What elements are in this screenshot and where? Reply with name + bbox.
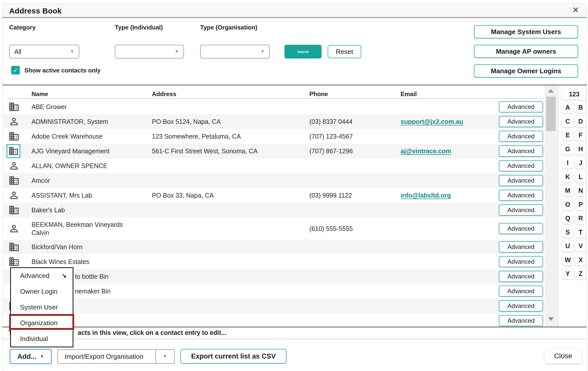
menu-item-system-user[interactable]: System User <box>11 300 73 315</box>
table-row[interactable]: ABE Grower Advanced <box>3 99 545 114</box>
table-row[interactable]: Adobe Creek Warehouse 123 Somewhere, Pet… <box>3 129 545 144</box>
alpha-nav-letter[interactable]: R <box>575 212 586 224</box>
import-export-organisation-button[interactable]: Import/Export Organisation ▼ <box>57 349 175 364</box>
alpha-nav-letter[interactable]: X <box>575 254 586 266</box>
alpha-nav-letter[interactable]: D <box>575 115 586 127</box>
advanced-button[interactable]: Advanced <box>499 315 543 326</box>
alpha-nav-letter[interactable]: A <box>562 101 574 113</box>
table-row[interactable]: Advanced <box>3 299 545 313</box>
contact-email-link[interactable]: support@jx2.com.au <box>401 117 495 126</box>
table-row[interactable]: nemaker Bin Advanced <box>3 284 545 299</box>
scrollbar-down-arrow[interactable] <box>548 317 554 321</box>
import-export-dropdown[interactable]: ▼ <box>155 350 174 363</box>
alpha-nav-letter[interactable]: H <box>575 143 586 155</box>
person-icon <box>8 160 20 171</box>
export-csv-button[interactable]: Export current list as CSV <box>180 349 287 364</box>
add-button-label: Add... <box>18 353 37 361</box>
show-active-label: Show active contacts only <box>24 67 101 74</box>
contact-address: 123 Somewhere, Petaluma, CA <box>152 132 294 140</box>
organisation-icon <box>8 101 20 112</box>
table-row[interactable]: ASSISTANT, Mrs Lab PO Box 33, Napa, CA (… <box>3 188 545 203</box>
contact-name: Amcor <box>31 176 133 185</box>
alpha-nav-letter[interactable]: E <box>562 129 574 141</box>
status-text: acts in this view, click on a contact en… <box>78 329 226 336</box>
type-individual-select[interactable]: ▼ <box>115 45 184 58</box>
alpha-nav-letter[interactable]: M <box>562 185 574 196</box>
alpha-nav-letter[interactable]: F <box>575 129 586 141</box>
person-icon <box>8 116 20 127</box>
advanced-button[interactable]: Advanced <box>499 204 543 216</box>
manage-system-users-button[interactable]: Manage System Users <box>474 25 578 38</box>
alpha-nav-letter[interactable]: U <box>562 240 574 252</box>
alpha-nav-letter[interactable]: W <box>562 254 574 266</box>
close-button[interactable]: Close <box>544 348 582 364</box>
close-icon[interactable]: × <box>573 5 579 15</box>
alpha-nav-letter[interactable]: J <box>575 157 586 169</box>
alpha-nav-letter[interactable]: G <box>562 143 574 155</box>
table-row[interactable]: Advanced <box>3 313 545 326</box>
alpha-nav-letter[interactable]: L <box>575 171 586 183</box>
show-active-checkbox[interactable]: ✓ <box>11 66 20 75</box>
alpha-nav-letter[interactable]: Z <box>575 268 586 279</box>
category-select[interactable]: All ▼ <box>9 45 79 58</box>
menu-item-individual[interactable]: Individual <box>11 331 73 347</box>
alpha-nav-letter[interactable]: B <box>575 101 586 113</box>
contact-email-link[interactable]: aj@vintrace.com <box>401 147 495 155</box>
reset-button[interactable]: Reset <box>328 45 361 58</box>
alpha-nav-letter[interactable]: V <box>575 240 586 252</box>
type-organisation-select[interactable]: ▼ <box>200 45 270 58</box>
chevron-down-icon: ▼ <box>40 354 44 359</box>
contact-name: ASSISTANT, Mrs Lab <box>31 191 133 199</box>
table-row[interactable]: BEEKMAN, Beekman Vineyards Calvin (610) … <box>3 217 545 240</box>
table-row[interactable]: ADMINISTRATOR, System PO Box 5124, Napa,… <box>3 114 545 129</box>
advanced-button[interactable]: Advanced <box>499 160 543 171</box>
advanced-button[interactable]: Advanced <box>499 271 543 282</box>
advanced-button[interactable]: Advanced <box>499 256 543 267</box>
contact-list: ABE Grower Advanced ADMINISTRATOR, Syste… <box>3 99 545 326</box>
advanced-button[interactable]: Advanced <box>499 116 543 127</box>
table-row[interactable]: Black Wines Estates Advanced <box>3 254 545 269</box>
advanced-button[interactable]: Advanced <box>499 300 543 311</box>
advanced-button[interactable]: Advanced <box>499 175 543 186</box>
contact-email-link[interactable]: info@labsltd.org <box>401 191 495 199</box>
advanced-button[interactable]: Advanced <box>499 101 543 112</box>
selected-organisation-icon[interactable] <box>7 144 20 158</box>
alpha-nav-letter[interactable]: N <box>575 185 586 196</box>
alpha-nav-letter[interactable]: Y <box>562 268 574 279</box>
table-row[interactable]: Amcor Advanced <box>3 173 545 188</box>
search-button[interactable]: Search <box>284 45 322 58</box>
table-row[interactable]: to bottle Bin Advanced <box>3 269 545 284</box>
alpha-nav-letter[interactable]: O <box>562 199 574 210</box>
menu-item-owner-login[interactable]: Owner Login <box>11 284 73 300</box>
scrollbar-up-arrow[interactable] <box>548 89 554 93</box>
scrollbar-thumb[interactable] <box>546 97 556 131</box>
manage-ap-owners-button[interactable]: Manage AP owners <box>474 45 578 58</box>
chevron-down-icon: ▼ <box>70 49 74 54</box>
manage-owner-logins-button[interactable]: Manage Owner Logins <box>474 64 578 78</box>
alpha-nav-letter[interactable]: P <box>575 199 586 210</box>
alpha-nav-letter[interactable]: Q <box>562 212 574 224</box>
advanced-button[interactable]: Advanced <box>499 131 543 142</box>
alpha-nav-letter[interactable]: T <box>575 226 586 238</box>
advanced-button[interactable]: Advanced <box>499 145 543 157</box>
category-select-value: All <box>14 48 21 55</box>
advanced-button[interactable]: Advanced <box>499 190 543 201</box>
table-row[interactable]: ALLAN, OWNER SPENCE Advanced <box>3 158 545 173</box>
alpha-nav-letter[interactable]: I <box>562 157 574 169</box>
table-row[interactable]: AJG Vineyard Management 561-C First Stre… <box>3 144 545 158</box>
menu-item-advanced[interactable]: Advanced ↘ <box>11 268 73 284</box>
alpha-nav-123[interactable]: 123 <box>562 88 586 100</box>
advanced-button[interactable]: Advanced <box>499 223 543 234</box>
contact-name: ABE Grower <box>31 103 133 111</box>
advanced-button[interactable]: Advanced <box>499 286 543 297</box>
alpha-nav-letter[interactable]: K <box>562 171 574 183</box>
alpha-nav-letter[interactable]: S <box>562 226 574 238</box>
advanced-button[interactable]: Advanced <box>499 241 543 253</box>
add-button[interactable]: Add... ▼ <box>10 349 52 364</box>
column-header-address: Address <box>152 91 176 98</box>
alpha-nav-letter[interactable]: C <box>562 115 574 127</box>
table-row[interactable]: Baker's Lab Advanced <box>3 203 545 217</box>
contact-name: Adobe Creek Warehouse <box>31 132 133 140</box>
menu-item-label: Advanced <box>20 272 50 280</box>
table-row[interactable]: Bickford/Van Horn Advanced <box>3 240 545 254</box>
